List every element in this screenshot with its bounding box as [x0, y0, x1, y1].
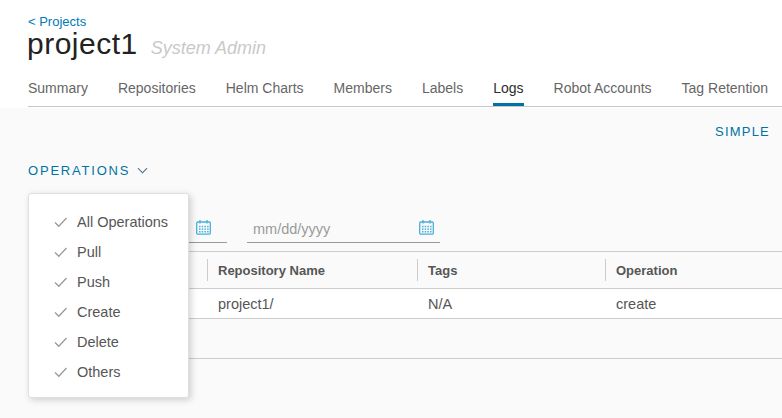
menu-item-label: Others — [77, 364, 121, 380]
operations-toggle-label: OPERATIONS — [28, 163, 130, 178]
page-subtitle-role: System Admin — [151, 38, 266, 59]
check-icon — [54, 247, 68, 258]
menu-item-pull[interactable]: Pull — [29, 237, 188, 267]
operations-dropdown-toggle[interactable]: OPERATIONS — [28, 163, 146, 178]
simple-search-toggle[interactable]: SIMPLE — [715, 124, 770, 139]
check-icon — [54, 337, 68, 348]
operations-dropdown-menu: All Operations Pull Push Create Delete O… — [28, 193, 189, 398]
calendar-icon[interactable] — [418, 219, 435, 236]
tab-robot-accounts[interactable]: Robot Accounts — [554, 80, 652, 106]
menu-item-label: Push — [77, 274, 110, 290]
title-row: project1 System Admin — [27, 27, 266, 61]
harbor-project-logs-page: < Projects project1 System Admin Summary… — [0, 0, 782, 418]
date-to-input[interactable] — [247, 215, 440, 242]
menu-item-delete[interactable]: Delete — [29, 327, 188, 357]
date-to-field — [247, 215, 440, 243]
tab-summary[interactable]: Summary — [28, 80, 88, 106]
tab-helm-charts[interactable]: Helm Charts — [226, 80, 304, 106]
menu-item-label: All Operations — [77, 214, 168, 230]
tab-labels[interactable]: Labels — [422, 80, 463, 106]
tab-tag-retention[interactable]: Tag Retention — [682, 80, 768, 106]
menu-item-label: Create — [77, 304, 121, 320]
project-tab-bar: Summary Repositories Helm Charts Members… — [28, 80, 782, 106]
column-header-operation: Operation — [605, 252, 782, 288]
menu-item-create[interactable]: Create — [29, 297, 188, 327]
column-header-repository-name: Repository Name — [207, 252, 417, 288]
menu-item-label: Delete — [77, 334, 119, 350]
cell-operation: create — [605, 289, 782, 318]
tab-members[interactable]: Members — [334, 80, 392, 106]
check-icon — [54, 217, 68, 228]
menu-item-push[interactable]: Push — [29, 267, 188, 297]
cell-repository-name: project1/ — [207, 289, 417, 318]
menu-item-label: Pull — [77, 244, 101, 260]
page-title: project1 — [27, 27, 138, 61]
check-icon — [54, 367, 68, 378]
column-header-tags: Tags — [417, 252, 605, 288]
tab-logs[interactable]: Logs — [493, 80, 523, 106]
check-icon — [54, 277, 68, 288]
menu-item-all-operations[interactable]: All Operations — [29, 207, 188, 237]
tab-bar-divider — [28, 106, 782, 107]
calendar-icon[interactable] — [195, 219, 212, 236]
tab-repositories[interactable]: Repositories — [118, 80, 196, 106]
menu-item-others[interactable]: Others — [29, 357, 188, 387]
check-icon — [54, 307, 68, 318]
chevron-down-icon — [138, 164, 148, 174]
cell-tags: N/A — [417, 289, 605, 318]
